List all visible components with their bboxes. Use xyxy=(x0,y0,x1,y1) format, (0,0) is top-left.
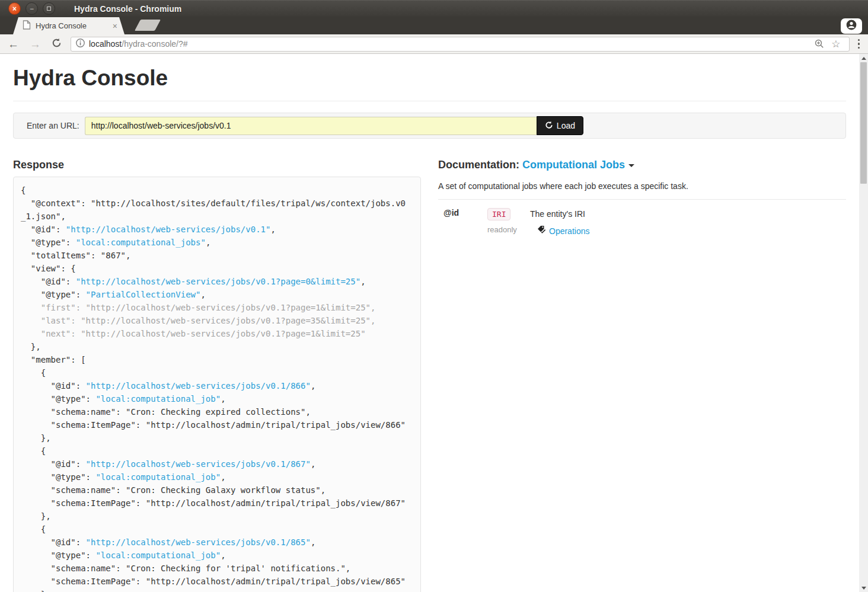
json-link[interactable]: "PartialCollectionView" xyxy=(86,290,201,299)
response-heading: Response xyxy=(13,159,421,171)
json-line: "schema:ItemPage": "http://localhost/adm… xyxy=(21,497,413,510)
json-link[interactable]: "local:computational_job" xyxy=(95,472,221,482)
tab-title: Hydra Console xyxy=(36,21,111,30)
json-line: { xyxy=(21,444,413,457)
window-titlebar: × − Hydra Console - Chromium xyxy=(0,0,868,17)
documentation-heading: Documentation: Computational Jobs xyxy=(438,159,846,171)
json-line: "view": { xyxy=(21,262,413,275)
json-line: "@id": "http://localhost/web-services/jo… xyxy=(21,275,413,288)
doc-property-table: @id IRI The entity's IRI readonly Operat… xyxy=(438,208,846,236)
bookmark-star-icon[interactable]: ☆ xyxy=(828,38,844,50)
load-button[interactable]: Load xyxy=(537,116,583,135)
json-line: "schema:name": "Cron: Checking expired c… xyxy=(21,405,413,418)
json-line: "@type": "local:computational_job", xyxy=(21,471,413,484)
json-line: "@id": "http://localhost/web-services/jo… xyxy=(21,223,413,236)
new-tab-button[interactable] xyxy=(135,20,161,31)
url-input-label: Enter an URL: xyxy=(27,121,79,130)
json-line: "last": "http://localhost/web-services/j… xyxy=(21,314,413,327)
page-content: Hydra Console Enter an URL: Load Respons… xyxy=(0,54,868,592)
url-text[interactable]: localhost/hydra-console/?# xyxy=(89,39,811,49)
browser-menu-icon[interactable] xyxy=(854,39,868,49)
json-link[interactable]: "local:computational_job" xyxy=(95,394,221,404)
forward-button[interactable]: → xyxy=(24,39,46,50)
json-line: "schema:ItemPage": "http://localhost/adm… xyxy=(21,575,413,588)
url-form: Enter an URL: Load xyxy=(13,113,846,139)
json-line: "totalItems": "867", xyxy=(21,249,413,262)
scrollbar-thumb[interactable] xyxy=(860,62,867,184)
page-favicon-icon xyxy=(23,20,31,32)
json-line: "@type": "local:computational_jobs", xyxy=(21,236,413,249)
refresh-icon xyxy=(545,121,553,131)
window-title: Hydra Console - Chromium xyxy=(74,4,181,14)
json-line: { xyxy=(21,523,413,536)
tab-close-icon[interactable]: × xyxy=(111,21,119,31)
url-bar[interactable]: localhost/hydra-console/?# ☆ xyxy=(71,37,850,52)
reload-button[interactable] xyxy=(46,38,67,50)
json-link[interactable]: "local:computational_job" xyxy=(95,551,221,560)
browser-tab[interactable]: Hydra Console × xyxy=(13,17,125,34)
property-readonly-label: readonly xyxy=(487,225,530,234)
doc-divider xyxy=(438,199,846,200)
json-link[interactable]: "http://localhost/web-services/jobs/v0.1… xyxy=(86,459,311,469)
json-line: }, xyxy=(21,340,413,353)
window-close-button[interactable]: × xyxy=(8,2,21,15)
json-line: }, xyxy=(21,510,413,523)
json-line: }, xyxy=(21,588,413,592)
chevron-down-icon[interactable] xyxy=(628,164,634,167)
doc-class-link[interactable]: Computational Jobs xyxy=(522,159,625,171)
window-maximize-button[interactable] xyxy=(43,2,55,15)
operations-link[interactable]: Operations xyxy=(530,225,846,236)
property-name: @id xyxy=(443,208,487,217)
window-minimize-button[interactable]: − xyxy=(25,2,38,15)
json-line: "@id": "http://localhost/web-services/jo… xyxy=(21,536,413,549)
json-line: "next": "http://localhost/web-services/j… xyxy=(21,327,413,340)
scroll-down-icon[interactable] xyxy=(859,584,868,592)
profile-avatar-icon xyxy=(846,20,857,33)
json-line: }, xyxy=(21,431,413,444)
json-link[interactable]: "http://localhost/web-services/jobs/v0.1… xyxy=(66,225,271,234)
doc-class-description: A set of computational jobs where each j… xyxy=(438,181,846,191)
scroll-up-icon[interactable] xyxy=(859,54,868,62)
json-line: { xyxy=(21,184,413,197)
response-json: { "@context": "http://localhost/sites/de… xyxy=(21,184,413,592)
json-link[interactable]: "http://localhost/web-services/jobs/v0.1… xyxy=(86,381,311,391)
page-title: Hydra Console xyxy=(13,66,846,91)
json-line: "@id": "http://localhost/web-services/jo… xyxy=(21,379,413,392)
json-line: { xyxy=(21,366,413,379)
header-divider xyxy=(13,101,846,101)
json-line: "@type": "local:computational_job", xyxy=(21,549,413,562)
back-button[interactable]: ← xyxy=(2,39,24,50)
tab-strip: Hydra Console × xyxy=(0,17,868,34)
json-line: "member": [ xyxy=(21,353,413,366)
json-line: "@context": "http://localhost/sites/defa… xyxy=(21,197,413,210)
page-scrollbar[interactable] xyxy=(859,54,868,592)
json-line: "@id": "http://localhost/web-services/jo… xyxy=(21,457,413,471)
response-panel: { "@context": "http://localhost/sites/de… xyxy=(13,177,421,592)
json-line: "schema:name": "Cron: Checking Galaxy wo… xyxy=(21,484,413,497)
json-link[interactable]: "local:computational_jobs" xyxy=(76,238,206,247)
json-line: _1.json", xyxy=(21,210,413,223)
tag-icon xyxy=(537,225,546,236)
json-line: "@type": "PartialCollectionView", xyxy=(21,288,413,301)
api-url-input[interactable] xyxy=(85,117,537,135)
json-line: "@type": "local:computational_job", xyxy=(21,392,413,405)
zoom-icon[interactable] xyxy=(811,39,828,49)
property-description: The entity's IRI xyxy=(530,208,846,219)
json-line: "first": "http://localhost/web-services/… xyxy=(21,301,413,314)
browser-toolbar: ← → localhost/hydra-console/?# ☆ xyxy=(0,34,868,54)
json-line: "schema:ItemPage": "http://localhost/adm… xyxy=(21,418,413,431)
property-type-badge: IRI xyxy=(487,208,510,220)
json-link[interactable]: "http://localhost/web-services/jobs/v0.1… xyxy=(86,537,311,547)
json-line: "schema:name": "Cron: Checking for 'trip… xyxy=(21,562,413,575)
page-info-icon[interactable] xyxy=(76,39,85,50)
profile-button[interactable] xyxy=(841,18,862,34)
json-link[interactable]: "http://localhost/web-services/jobs/v0.1… xyxy=(76,277,360,286)
